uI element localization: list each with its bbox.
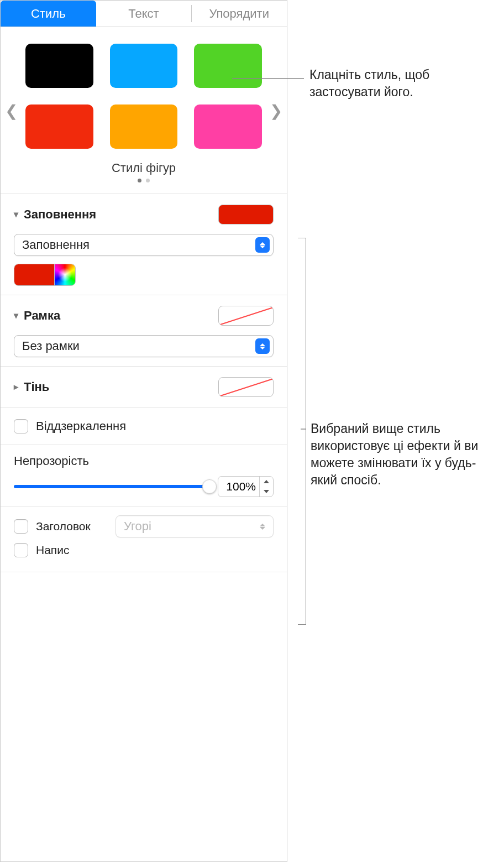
shadow-disclosure[interactable]: ▸ Тінь (14, 380, 49, 394)
updown-icon (255, 237, 270, 253)
opacity-stepper (218, 476, 274, 497)
fill-type-select[interactable]: Заповнення (14, 234, 274, 256)
callout-top-text: Клацніть стиль, щоб застосувати його. (309, 67, 429, 99)
fill-disclosure[interactable]: ▾ Заповнення (14, 207, 96, 222)
fill-header-label: Заповнення (24, 207, 96, 222)
opacity-step-up[interactable] (260, 477, 273, 487)
shadow-header-label: Тінь (24, 380, 49, 394)
style-swatch-2[interactable] (110, 44, 178, 88)
caption-label: Напис (36, 544, 69, 557)
callout-side: Вибраний вище стиль використовує ці ефек… (311, 420, 498, 489)
updown-icon (255, 519, 270, 534)
caption-checkbox[interactable] (14, 543, 28, 557)
opacity-slider[interactable] (14, 485, 210, 488)
reflection-checkbox[interactable] (14, 419, 28, 433)
swatch-prev-button[interactable]: ❮ (5, 101, 18, 119)
title-position-select[interactable]: Угорі (116, 515, 274, 537)
callout-side-text: Вибраний вище стиль використовує ці ефек… (311, 421, 478, 487)
tab-bar: Стиль Текст Упорядити (1, 1, 287, 27)
opacity-input[interactable] (218, 480, 259, 493)
style-swatch-6[interactable] (194, 105, 262, 149)
fill-color-well[interactable] (218, 205, 274, 224)
swatch-page-dots (12, 179, 276, 182)
swatch-title: Стилі фігур (12, 161, 276, 175)
opacity-label: Непрозорість (14, 454, 274, 468)
inspector-panel: Стиль Текст Упорядити ❮ ❯ Стилі фігур (0, 0, 287, 862)
border-none-well[interactable] (218, 306, 274, 326)
fill-type-select-label: Заповнення (22, 238, 90, 252)
shadow-section: ▸ Тінь (1, 366, 287, 408)
callout-top: Клацніть стиль, щоб застосувати його. (309, 66, 497, 101)
tab-arrange-label: Упорядити (209, 7, 269, 21)
opacity-slider-thumb[interactable] (202, 479, 217, 494)
tab-text-label: Текст (128, 7, 159, 21)
chevron-down-icon: ▾ (14, 209, 18, 220)
swatch-next-button[interactable]: ❯ (270, 101, 282, 119)
reflection-section: Віддзеркалення (1, 408, 287, 445)
title-caption-section: Заголовок Угорі Напис (1, 506, 287, 572)
border-type-select-label: Без рамки (22, 339, 80, 353)
style-swatch-1[interactable] (25, 44, 93, 88)
title-label: Заголовок (36, 520, 108, 533)
fill-color-control (14, 264, 76, 286)
style-swatch-5[interactable] (110, 105, 178, 149)
tab-text[interactable]: Текст (96, 1, 192, 27)
title-position-label: Угорі (124, 519, 151, 534)
border-type-select[interactable]: Без рамки (14, 335, 274, 357)
chevron-down-icon: ▾ (14, 310, 18, 321)
tab-style-label: Стиль (31, 7, 66, 21)
fill-section: ▾ Заповнення Заповнення (1, 194, 287, 295)
tab-style[interactable]: Стиль (1, 1, 96, 27)
chevron-right-icon: ▸ (14, 382, 18, 392)
color-picker-icon[interactable] (54, 264, 75, 285)
shadow-none-well[interactable] (218, 377, 274, 397)
tab-arrange[interactable]: Упорядити (191, 1, 287, 27)
opacity-step-down[interactable] (260, 487, 273, 497)
border-disclosure[interactable]: ▾ Рамка (14, 309, 60, 323)
callout-bracket (293, 238, 306, 625)
reflection-label: Віддзеркалення (36, 419, 126, 433)
swatch-grid (25, 44, 262, 149)
updown-icon (255, 338, 270, 354)
swatch-page-dot-1[interactable] (138, 179, 141, 182)
style-swatch-3[interactable] (194, 44, 262, 88)
style-swatch-4[interactable] (25, 105, 93, 149)
border-header-label: Рамка (24, 309, 60, 323)
fill-color-swatch[interactable] (14, 264, 54, 285)
title-checkbox[interactable] (14, 519, 28, 534)
swatch-page-dot-2[interactable] (146, 179, 150, 182)
style-swatches-area: ❮ ❯ Стилі фігур (1, 27, 287, 194)
border-section: ▾ Рамка Без рамки (1, 295, 287, 366)
opacity-section: Непрозорість (1, 445, 287, 506)
